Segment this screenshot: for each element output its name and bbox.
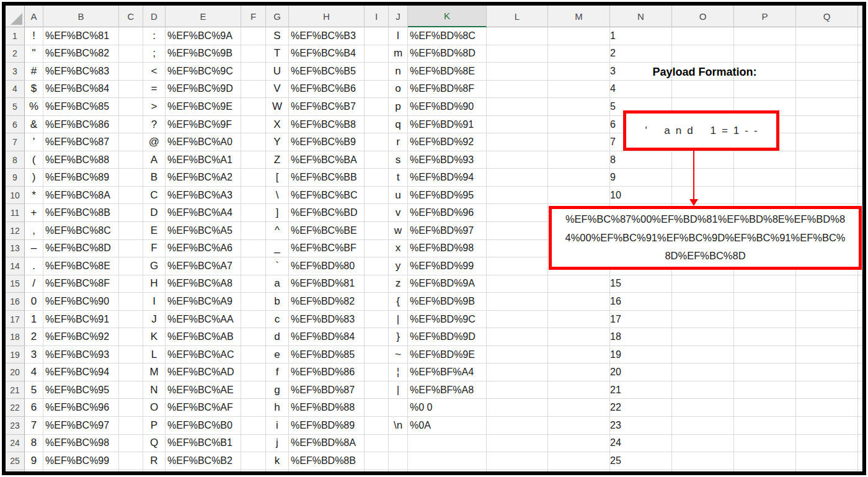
- cell-A3[interactable]: #: [25, 63, 43, 81]
- cell-G18[interactable]: d: [266, 328, 289, 346]
- cell-P8[interactable]: [734, 151, 796, 169]
- cell-I21[interactable]: [365, 381, 389, 399]
- cell-J19[interactable]: ~: [389, 346, 408, 364]
- cell-A26-partial[interactable]: [25, 470, 43, 475]
- cell-I9[interactable]: [365, 169, 389, 187]
- cell-G13[interactable]: _: [266, 240, 289, 258]
- cell-E24[interactable]: %EF%BC%B1: [166, 435, 241, 453]
- cell-F26-partial[interactable]: [241, 470, 266, 475]
- cell-K16[interactable]: %EF%BD%9B: [408, 293, 487, 311]
- cell-J20[interactable]: ¦: [389, 363, 408, 381]
- cell-A17[interactable]: 1: [25, 311, 43, 329]
- cell-E21[interactable]: %EF%BC%AE: [166, 381, 241, 399]
- cell-F15[interactable]: [241, 275, 266, 293]
- cell-D12[interactable]: E: [143, 222, 166, 240]
- cell-E3[interactable]: %EF%BC%9C: [166, 63, 241, 81]
- cell-O23[interactable]: [672, 417, 734, 435]
- cell-I8[interactable]: [365, 151, 389, 169]
- cell-N24[interactable]: 24: [610, 435, 672, 453]
- cell-sliver-16[interactable]: [858, 293, 862, 311]
- row-header-17[interactable]: 17: [6, 311, 25, 329]
- col-header-F[interactable]: F: [241, 6, 266, 27]
- cell-Q5[interactable]: [796, 98, 858, 116]
- cell-J17[interactable]: |: [389, 311, 408, 329]
- cell-D17[interactable]: J: [143, 311, 166, 329]
- cell-B3[interactable]: %EF%BC%83: [43, 63, 119, 81]
- cell-J23[interactable]: \n: [389, 417, 408, 435]
- cell-H8[interactable]: %EF%BC%BA: [289, 151, 365, 169]
- cell-O25[interactable]: [672, 452, 734, 470]
- cell-M7[interactable]: [548, 133, 610, 151]
- cell-A25[interactable]: 9: [25, 452, 43, 470]
- cell-N10[interactable]: 10: [610, 187, 672, 205]
- cell-G9[interactable]: [: [266, 169, 289, 187]
- cell-F10[interactable]: [241, 187, 266, 205]
- cell-H15[interactable]: %EF%BD%81: [289, 275, 365, 293]
- cell-I1[interactable]: [365, 27, 389, 45]
- cell-J24[interactable]: [389, 435, 408, 453]
- cell-A10[interactable]: *: [25, 187, 43, 205]
- cell-K14[interactable]: %EF%BD%99: [408, 257, 487, 275]
- cell-B26-partial[interactable]: [43, 470, 119, 475]
- cell-P10[interactable]: [734, 187, 796, 205]
- cell-I7[interactable]: [365, 133, 389, 151]
- cell-Q21[interactable]: [796, 381, 858, 399]
- cell-E22[interactable]: %EF%BC%AF: [166, 399, 241, 417]
- row-header-9[interactable]: 9: [6, 169, 25, 187]
- cell-M20[interactable]: [548, 363, 610, 381]
- cell-E17[interactable]: %EF%BC%AA: [166, 311, 241, 329]
- cell-D9[interactable]: B: [143, 169, 166, 187]
- cell-O19[interactable]: [672, 346, 734, 364]
- cell-O24[interactable]: [672, 435, 734, 453]
- cell-G23[interactable]: i: [266, 417, 289, 435]
- cell-B4[interactable]: %EF%BC%84: [43, 81, 119, 99]
- cell-O26-partial[interactable]: [672, 470, 734, 475]
- cell-H3[interactable]: %EF%BC%B5: [289, 63, 365, 81]
- cell-Q26-partial[interactable]: [796, 470, 858, 475]
- cell-Q8[interactable]: [796, 151, 858, 169]
- cell-O2[interactable]: [672, 45, 734, 63]
- cell-sliver-22[interactable]: [858, 399, 862, 417]
- row-header-19[interactable]: 19: [6, 346, 25, 364]
- cell-L18[interactable]: [487, 328, 548, 346]
- cell-F14[interactable]: [241, 257, 266, 275]
- cell-M21[interactable]: [548, 381, 610, 399]
- cell-I5[interactable]: [365, 98, 389, 116]
- cell-K8[interactable]: %EF%BD%93: [408, 151, 487, 169]
- cell-N19[interactable]: 19: [610, 346, 672, 364]
- cell-B23[interactable]: %EF%BC%97: [43, 417, 119, 435]
- cell-L1[interactable]: [487, 27, 548, 45]
- cell-L6[interactable]: [487, 116, 548, 134]
- cell-D16[interactable]: I: [143, 293, 166, 311]
- row-header-15[interactable]: 15: [6, 275, 25, 293]
- row-header-3[interactable]: 3: [6, 63, 25, 81]
- cell-B19[interactable]: %EF%BC%93: [43, 346, 119, 364]
- cell-K22[interactable]: %0 0: [408, 399, 487, 417]
- cell-Q19[interactable]: [796, 346, 858, 364]
- cell-C4[interactable]: [119, 81, 143, 99]
- cell-H4[interactable]: %EF%BC%B6: [289, 81, 365, 99]
- cell-B11[interactable]: %EF%BC%8B: [43, 204, 119, 222]
- cell-O17[interactable]: [672, 311, 734, 329]
- cell-H21[interactable]: %EF%BD%87: [289, 381, 365, 399]
- cell-N22[interactable]: 22: [610, 399, 672, 417]
- cell-I18[interactable]: [365, 328, 389, 346]
- cell-B10[interactable]: %EF%BC%8A: [43, 187, 119, 205]
- cell-sliver-19[interactable]: [858, 346, 862, 364]
- cell-G5[interactable]: W: [266, 98, 289, 116]
- cell-A8[interactable]: (: [25, 151, 43, 169]
- cell-G7[interactable]: Y: [266, 133, 289, 151]
- cell-L10[interactable]: [487, 187, 548, 205]
- cell-P1[interactable]: [734, 27, 796, 45]
- cell-P21[interactable]: [734, 381, 796, 399]
- cell-N9[interactable]: 9: [610, 169, 672, 187]
- cell-A9[interactable]: ): [25, 169, 43, 187]
- cell-I11[interactable]: [365, 204, 389, 222]
- cell-P20[interactable]: [734, 363, 796, 381]
- cell-G6[interactable]: X: [266, 116, 289, 134]
- col-header-J[interactable]: J: [389, 6, 408, 27]
- cell-F17[interactable]: [241, 311, 266, 329]
- cell-J18[interactable]: }: [389, 328, 408, 346]
- cell-C19[interactable]: [119, 346, 143, 364]
- cell-C20[interactable]: [119, 363, 143, 381]
